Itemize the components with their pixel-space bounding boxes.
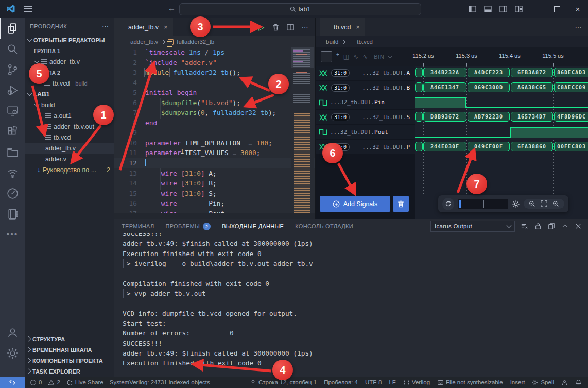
status-right-1[interactable]: Пробелов: 4 (324, 379, 358, 385)
analog-wave2-icon[interactable]: ∿ (362, 53, 368, 60)
tree-file-adder[interactable]: adder.v (25, 154, 114, 164)
open-editor-adder-tb[interactable]: adder_tb.v (25, 56, 114, 67)
maximize-button[interactable] (547, 0, 567, 18)
signal-row-S[interactable]: 31:0...32_tb.DUT.S (316, 110, 415, 124)
activity-item-explorer[interactable] (0, 18, 25, 39)
remote-indicator[interactable] (0, 377, 25, 388)
run-button[interactable]: ▷ (258, 23, 265, 31)
section-timeline[interactable]: ВРЕМЕННАЯ ШКАЛА (25, 344, 114, 355)
output-channel-select[interactable]: Icarus Output (430, 221, 515, 232)
status-right-4[interactable]: Verilog (403, 379, 430, 386)
trash-icon[interactable] (272, 24, 279, 31)
open-editor-icon[interactable] (548, 223, 555, 230)
analog-wave-icon[interactable]: ∿ (353, 53, 358, 60)
tree-file-tbvcd[interactable]: tb.vcd (25, 132, 114, 143)
close-window-button[interactable]: × (567, 0, 588, 18)
activity-item-source-control[interactable] (0, 59, 25, 80)
remove-signals-button[interactable] (393, 196, 409, 212)
layout-sidebar-left-icon[interactable] (464, 0, 480, 18)
activity-item-containers[interactable] (0, 204, 25, 224)
terminal-output[interactable]: SUCCESS!!!adder_tb.v:49: $finish called … (123, 229, 583, 377)
tree-file-adder-tb[interactable]: adder_tb.v (25, 143, 114, 154)
tab-adder-tb[interactable]: adder_tb.v × (114, 18, 173, 36)
workspace-section-lab1[interactable]: LAB1 (25, 89, 114, 99)
status-left-1[interactable]: 2 (48, 379, 60, 386)
signal-row-Pin[interactable]: ...32_tb.DUT.Pin (316, 95, 415, 109)
section-task-explorer[interactable]: TASK EXPLORER (25, 366, 114, 377)
activity-item-extensions[interactable] (0, 121, 25, 142)
open-editor-tbvcd[interactable]: tb.vcd build (25, 78, 114, 89)
split-editor-icon[interactable] (287, 24, 294, 31)
minimize-button[interactable] (526, 0, 547, 18)
layout-panel-icon[interactable] (480, 0, 495, 18)
refresh-icon[interactable] (442, 198, 454, 210)
section-project-components[interactable]: КОМПОНЕНТЫ ПРОЕКТА (25, 355, 114, 366)
activity-item-account[interactable] (0, 322, 25, 343)
status-left-3[interactable]: SystemVerilog: 24731 indexed objects (110, 379, 210, 385)
activity-item-wireless[interactable] (0, 162, 25, 183)
fit-screen-icon[interactable] (541, 200, 547, 207)
tab-tbvcd[interactable]: tb.vcd × (320, 18, 365, 36)
minimap-slider[interactable] (291, 47, 314, 68)
bus-display-icon[interactable]: ◫ (343, 53, 349, 60)
status-left-0[interactable]: 0 (30, 379, 42, 386)
close-tab-icon[interactable]: × (356, 23, 360, 31)
activity-item-project-manager[interactable] (0, 142, 25, 162)
zoom-in-icon[interactable] (552, 200, 559, 207)
color-swatch[interactable] (321, 51, 332, 62)
layout-sidebar-right-icon[interactable] (495, 0, 511, 18)
status-right-2[interactable]: UTF-8 (365, 379, 382, 385)
chevron-up-icon[interactable] (561, 223, 568, 230)
tree-file-aout1[interactable]: a.out1 (25, 110, 114, 121)
panel-tab-2[interactable]: ВЫХОДНЫЕ ДАННЫЕ (222, 219, 284, 233)
menu-icon[interactable] (24, 6, 32, 12)
minimap[interactable] (291, 47, 314, 219)
section-structure[interactable]: СТРУКТУРА (25, 333, 114, 344)
editor-layout-icon[interactable] (511, 0, 526, 18)
open-editors-section[interactable]: ОТКРЫТЫЕ РЕДАКТОРЫ (25, 35, 114, 45)
add-signals-button[interactable]: Add Signals (320, 196, 390, 212)
activity-item-settings[interactable] (0, 343, 25, 363)
gear-icon[interactable] (512, 200, 520, 208)
status-right-7[interactable]: Spell (532, 379, 554, 386)
lock-icon[interactable] (534, 223, 542, 230)
activity-item-search[interactable] (0, 39, 25, 59)
editor-scrollbar[interactable] (114, 213, 315, 219)
signal-row-Pout[interactable]: ...32_tb.DUT.Pout (316, 125, 415, 139)
radix-select[interactable]: BIN (374, 54, 384, 60)
explorer-more-icon[interactable]: ⋯ (102, 23, 109, 30)
signal-row-A[interactable]: 31:0...32_tb.DUT.A (316, 66, 415, 80)
command-center-search[interactable]: lab1 (179, 3, 421, 15)
tree-file-guide[interactable]: ↓ Руководство по ... 2 (25, 164, 114, 175)
clear-output-icon[interactable] (521, 223, 528, 230)
tree-file-adder-tb-out[interactable]: adder_tb.v.out (25, 121, 114, 132)
code-editor[interactable]: 1`timescale 1ns / 1ps2`include "adder.v"… (114, 47, 315, 219)
activity-item-run-debug[interactable] (0, 80, 25, 100)
status-right-3[interactable]: LF (389, 379, 395, 385)
tree-folder-build[interactable]: build (25, 99, 114, 110)
more-actions-icon[interactable]: ⋯ (575, 23, 583, 31)
decrease-size-icon[interactable]: − (336, 57, 339, 61)
zoom-out-icon[interactable] (529, 200, 535, 207)
signal-row-P[interactable]: 30:0...32_tb.DUT.P (316, 140, 415, 154)
status-right-6[interactable]: Insert (510, 379, 525, 385)
status-left-2[interactable]: Live Share (66, 379, 103, 386)
status-right-0[interactable]: Строка 12, столбец 1 (250, 379, 317, 386)
status-right-9[interactable] (575, 379, 582, 386)
signal-row-B[interactable]: 31:0...32_tb.DUT.B (316, 81, 415, 95)
panel-tab-0[interactable]: ТЕРМИНАЛ (122, 219, 154, 233)
editor-breadcrumb[interactable]: adder_tb.v fulladder32_tb (114, 36, 315, 47)
panel-tab-1[interactable]: ПРОБЛЕМЫ2 (165, 219, 211, 233)
status-right-5[interactable]: File not synthesizable (437, 379, 503, 386)
activity-item-runtime[interactable] (0, 183, 25, 204)
activity-item-remote-explorer[interactable] (0, 100, 25, 121)
more-actions-icon[interactable]: ⋯ (302, 23, 309, 31)
activity-item-more[interactable]: ••• (0, 224, 25, 245)
close-tab-icon[interactable]: × (164, 23, 168, 31)
close-icon[interactable] (575, 223, 582, 230)
back-arrow-icon[interactable]: ← (168, 4, 176, 12)
timeline-scrubber[interactable] (458, 199, 508, 209)
panel-tab-3[interactable]: КОНСОЛЬ ОТЛАДКИ (295, 219, 353, 233)
status-right-8[interactable] (561, 379, 568, 386)
wave-breadcrumb[interactable]: build tb.vcd (316, 36, 588, 47)
